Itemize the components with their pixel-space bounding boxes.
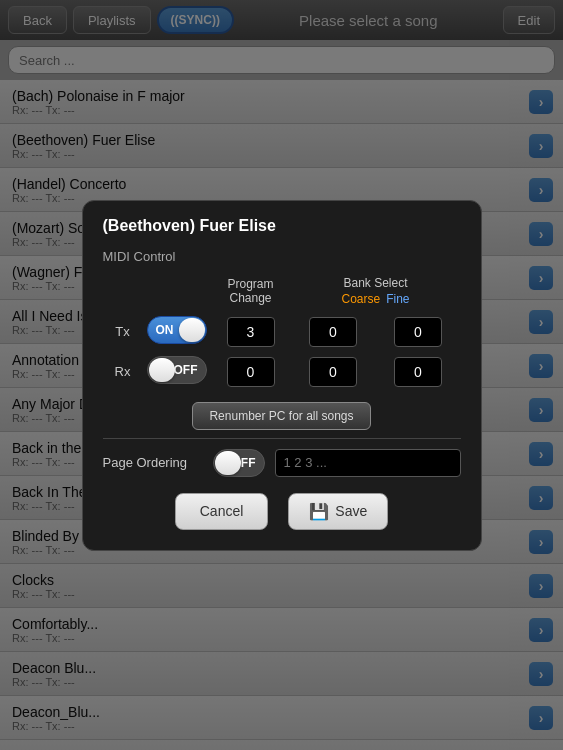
tx-bank-fine-input[interactable] xyxy=(394,317,442,347)
midi-control-label: MIDI Control xyxy=(103,249,461,264)
program-change-header: Program Change xyxy=(211,274,291,312)
modal-overlay: (Beethoven) Fuer Elise MIDI Control Prog… xyxy=(0,0,563,750)
save-button[interactable]: 💾 Save xyxy=(288,493,388,530)
tx-bank-coarse-input[interactable] xyxy=(309,317,357,347)
page-ordering-label: Page Ordering xyxy=(103,455,203,470)
tx-label: Tx xyxy=(103,312,143,352)
page-ordering-toggle[interactable]: OFF xyxy=(213,449,265,477)
page-ordering-input[interactable] xyxy=(275,449,461,477)
page-ordering-row: Page Ordering OFF xyxy=(103,449,461,477)
modal-title: (Beethoven) Fuer Elise xyxy=(103,217,461,235)
coarse-label: Coarse xyxy=(341,292,380,306)
tx-program-change-input[interactable] xyxy=(227,317,275,347)
tx-toggle[interactable]: ON xyxy=(147,316,207,344)
rx-program-change-input[interactable] xyxy=(227,357,275,387)
toggle-knob-rx xyxy=(149,358,175,382)
modal-buttons: Cancel 💾 Save xyxy=(103,493,461,530)
rx-bank-coarse-input[interactable] xyxy=(309,357,357,387)
toggle-knob xyxy=(179,318,205,342)
fine-label: Fine xyxy=(386,292,409,306)
bank-select-header: Bank Select Coarse Fine xyxy=(291,274,461,312)
song-edit-modal: (Beethoven) Fuer Elise MIDI Control Prog… xyxy=(82,200,482,551)
midi-table: Program Change Bank Select Coarse Fine T… xyxy=(103,274,461,392)
divider xyxy=(103,438,461,439)
tx-row: Tx ON xyxy=(103,312,461,352)
rx-bank-fine-input[interactable] xyxy=(394,357,442,387)
page-ordering-toggle-knob xyxy=(215,451,241,475)
floppy-icon: 💾 xyxy=(309,502,329,521)
rx-toggle[interactable]: OFF xyxy=(147,356,207,384)
rx-row: Rx OFF xyxy=(103,352,461,392)
renumber-button[interactable]: Renumber PC for all songs xyxy=(192,402,370,430)
save-label: Save xyxy=(335,503,367,519)
cancel-button[interactable]: Cancel xyxy=(175,493,269,530)
rx-label: Rx xyxy=(103,352,143,392)
